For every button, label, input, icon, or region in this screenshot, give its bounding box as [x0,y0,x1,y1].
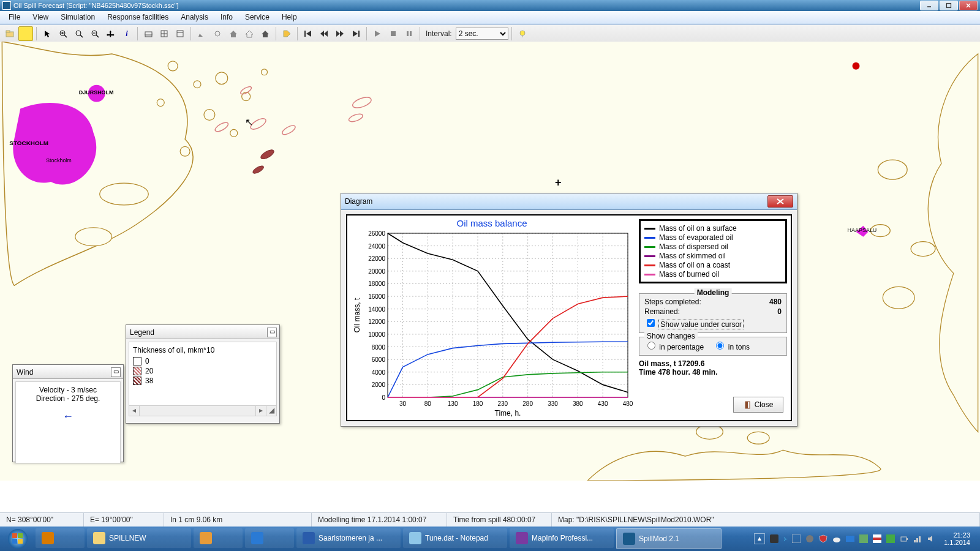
zoom-out-icon[interactable] [88,26,102,41]
bluetooth-icon[interactable]: ᚛ [783,534,787,543]
window-icon[interactable] [173,26,187,41]
tray-icon3[interactable] [805,534,814,543]
menu-analysis[interactable]: Analysis [175,11,214,24]
tray-icon4[interactable] [846,534,854,543]
svg-rect-24 [304,31,306,37]
remained-value: 0 [777,307,782,316]
taskbar-item[interactable]: SpillMod 2.1 [616,528,722,549]
chart-legend-item: Mass of dispersed oil [644,242,782,251]
svg-point-52 [214,121,230,133]
minimize-button[interactable] [920,1,938,10]
close-button[interactable] [959,1,978,10]
zoom-reset-icon[interactable] [72,26,86,41]
taskbar-item[interactable] [194,528,243,548]
tray-up-icon[interactable]: ▴ [754,533,765,544]
power-icon[interactable] [900,534,908,543]
status-e: E= 19°00'00" [84,513,164,527]
svg-point-55 [260,148,276,161]
last-icon[interactable] [349,26,363,41]
app-icon [2,1,11,10]
menu-help[interactable]: Help [276,11,303,24]
chart-svg[interactable]: 0200040006000800010000120001400016000180… [351,230,633,419]
legend-resize-icon[interactable]: ◢ [266,406,276,416]
taskbar-item[interactable]: MapInfo Professi... [510,528,614,548]
system-tray[interactable]: ▴ ᚛ 21:231.1.2014 [754,531,978,546]
svg-text:30: 30 [399,400,407,407]
pause-icon[interactable] [402,26,417,41]
chart-legend-item: Mass of oil on a coast [644,261,782,269]
home-icon[interactable] [226,26,241,41]
first-icon[interactable] [301,26,315,41]
menu-service[interactable]: Service [239,11,276,24]
radio-tons[interactable]: in tons [713,343,750,351]
tool2-icon[interactable] [210,26,225,41]
onedrive-icon[interactable] [832,534,841,543]
taskbar-item[interactable]: Tune.dat - Notepad [403,528,507,548]
pan-icon[interactable] [104,26,118,41]
legend-scroll-left-icon[interactable]: ◂ [129,406,140,416]
network-icon[interactable] [913,534,922,543]
menu-info[interactable]: Info [214,11,239,24]
info-icon[interactable]: i [119,26,134,41]
home3-icon[interactable] [258,26,273,41]
shield-icon[interactable] [819,534,827,543]
svg-text:0: 0 [382,394,385,401]
svg-point-45 [883,287,914,309]
home2-icon[interactable] [242,26,257,41]
play-icon[interactable] [370,26,385,41]
menu-view[interactable]: View [26,11,55,24]
svg-rect-131 [886,534,895,543]
diagram-dialog[interactable]: Diagram Oil mass balance 020004000600080… [341,193,797,427]
svg-rect-6 [23,31,28,36]
svg-point-48 [747,432,769,444]
menu-file[interactable]: File [2,11,26,24]
forward-icon[interactable] [333,26,347,41]
radio-percentage[interactable]: in percentage [644,343,704,351]
tag-icon[interactable] [279,26,294,41]
nvidia-icon[interactable] [886,534,895,543]
svg-rect-127 [846,536,854,542]
svg-rect-1 [947,4,951,8]
svg-point-37 [157,99,164,107]
legend-scroll-right-icon[interactable]: ▸ [255,406,266,416]
diagram-close-icon[interactable] [767,195,793,208]
zoom-in-icon[interactable] [56,26,70,41]
svg-text:280: 280 [522,400,533,407]
taskbar-clock[interactable]: 21:231.1.2014 [940,531,974,546]
stop-sim-icon[interactable] [18,26,33,41]
legend-panel-control-icon[interactable]: ▭ [267,328,277,337]
maximize-button[interactable] [940,1,958,10]
open-icon[interactable] [2,26,17,41]
layers-icon[interactable] [141,26,156,41]
taskbar-item[interactable]: Saaristomeren ja ... [296,528,401,548]
volume-icon[interactable] [927,534,935,543]
svg-line-8 [64,35,67,37]
legend-panel[interactable]: Legend▭ Thickness of oil, mkm*10 02038 ◂… [126,324,280,424]
menu-simulation[interactable]: Simulation [55,11,101,24]
wind-panel[interactable]: Wind▭ Velocity - 3 m/sec Direction - 275… [12,364,124,462]
stop-icon[interactable] [386,26,401,41]
hint-icon[interactable] [515,26,530,41]
tray-icon2[interactable] [792,534,801,543]
taskbar-item[interactable] [245,528,294,548]
tray-icon[interactable] [770,534,778,543]
interval-select[interactable]: 2 sec. [456,28,508,40]
flag-icon[interactable] [873,534,881,543]
status-time: Time 478 hour. 48 min. [639,368,787,377]
wind-panel-control-icon[interactable]: ▭ [111,367,121,377]
diagram-close-button[interactable]: Close [733,397,783,413]
svg-rect-124 [792,534,801,543]
edit-icon[interactable] [194,26,209,41]
show-cursor-checkbox[interactable] [647,319,655,327]
tray-icon5[interactable] [859,534,868,543]
taskbar-item[interactable]: SPILLNEW [87,528,191,548]
pointer-icon[interactable] [40,26,55,41]
start-button[interactable] [2,527,33,550]
svg-text:Oil mass, t: Oil mass, t [353,298,361,332]
svg-rect-5 [6,31,10,32]
grid-icon[interactable] [157,26,172,41]
svg-text:480: 480 [623,400,633,407]
rewind-icon[interactable] [317,26,331,41]
menu-response-facilities[interactable]: Response facilities [101,11,175,24]
taskbar-item[interactable] [36,528,85,548]
